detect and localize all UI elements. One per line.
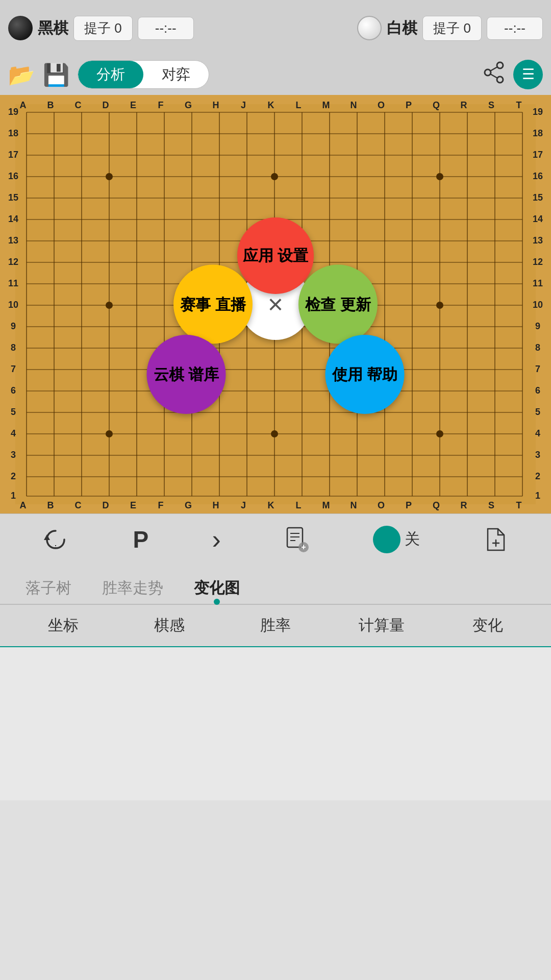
svg-text:3: 3 xyxy=(11,450,16,460)
svg-text:D: D xyxy=(103,100,109,110)
sub-tab-winrate[interactable]: 胜率 xyxy=(222,611,329,640)
tab-win-rate[interactable]: 胜率走势 xyxy=(87,573,179,604)
undo-button[interactable] xyxy=(42,526,69,553)
svg-text:6: 6 xyxy=(535,385,540,396)
forward-button[interactable]: › xyxy=(212,524,221,555)
svg-text:Q: Q xyxy=(433,100,440,110)
svg-text:8: 8 xyxy=(535,342,540,353)
analyze-mode-button[interactable]: 分析 xyxy=(78,61,143,88)
svg-text:7: 7 xyxy=(535,364,540,374)
svg-text:6: 6 xyxy=(11,385,16,396)
svg-text:M: M xyxy=(322,100,330,110)
svg-text:14: 14 xyxy=(8,214,18,224)
tab-variation[interactable]: 变化图 xyxy=(179,573,255,604)
svg-text:7: 7 xyxy=(11,364,16,374)
save-icon[interactable]: 💾 xyxy=(43,62,69,87)
svg-text:K: K xyxy=(268,500,274,510)
svg-text:T: T xyxy=(516,100,522,110)
svg-text:1: 1 xyxy=(535,491,540,501)
document-button[interactable]: + xyxy=(284,526,310,553)
svg-text:1: 1 xyxy=(11,491,16,501)
bottom-controls: P › + 关 xyxy=(0,513,551,800)
svg-text:A: A xyxy=(20,100,27,110)
file-add-button[interactable] xyxy=(484,526,509,553)
svg-point-2 xyxy=(497,77,503,83)
mode-toggle[interactable]: 分析 对弈 xyxy=(78,60,209,89)
svg-text:10: 10 xyxy=(8,300,18,310)
svg-text:10: 10 xyxy=(533,300,543,310)
forward-icon: › xyxy=(212,524,221,555)
svg-text:5: 5 xyxy=(11,407,16,417)
toggle-label: 关 xyxy=(405,529,420,550)
menu-circle-button[interactable]: ☰ xyxy=(513,60,543,89)
tab-move-tree[interactable]: 落子树 xyxy=(10,573,87,604)
white-stone-icon xyxy=(357,16,382,40)
analysis-tabs: 落子树 胜率走势 变化图 xyxy=(0,565,551,605)
toolbar: 📂 💾 分析 对弈 ☰ xyxy=(0,56,551,95)
menu-cloud-library-button[interactable]: 云棋 谱库 xyxy=(147,335,226,414)
svg-text:15: 15 xyxy=(8,192,18,203)
svg-text:O: O xyxy=(378,500,385,510)
svg-point-48 xyxy=(106,302,113,309)
svg-text:G: G xyxy=(185,100,192,110)
svg-text:17: 17 xyxy=(8,150,18,160)
svg-text:18: 18 xyxy=(8,128,18,138)
menu-help-button[interactable]: 使用 帮助 xyxy=(325,335,405,414)
svg-text:P: P xyxy=(406,500,412,510)
menu-update-button[interactable]: 检查 更新 xyxy=(298,265,378,344)
svg-text:B: B xyxy=(47,100,54,110)
sub-tab-variation[interactable]: 变化 xyxy=(435,611,541,640)
sub-tab-computation[interactable]: 计算量 xyxy=(329,611,435,640)
menu-broadcast-button[interactable]: 赛事 直播 xyxy=(173,265,253,344)
pass-button[interactable]: P xyxy=(133,526,148,553)
file-add-icon xyxy=(484,526,509,553)
svg-point-0 xyxy=(497,62,503,68)
svg-text:19: 19 xyxy=(533,107,543,117)
svg-text:L: L xyxy=(296,500,302,510)
ai-toggle[interactable]: 关 xyxy=(373,526,420,553)
folder-icon[interactable]: 📂 xyxy=(8,62,35,87)
svg-text:9: 9 xyxy=(535,321,540,331)
svg-text:R: R xyxy=(461,100,467,110)
svg-text:5: 5 xyxy=(535,407,540,417)
svg-text:F: F xyxy=(158,500,164,510)
svg-point-46 xyxy=(271,173,278,180)
svg-point-45 xyxy=(106,173,113,180)
svg-text:17: 17 xyxy=(533,150,543,160)
svg-text:A: A xyxy=(20,500,27,510)
svg-text:C: C xyxy=(75,500,82,510)
sub-tabs: 坐标 棋感 胜率 计算量 变化 xyxy=(0,605,551,647)
svg-point-53 xyxy=(436,430,443,437)
svg-text:C: C xyxy=(75,100,82,110)
svg-text:14: 14 xyxy=(533,214,543,224)
svg-text:12: 12 xyxy=(8,257,18,267)
svg-point-1 xyxy=(485,69,491,76)
document-icon: + xyxy=(284,526,310,553)
share-icon[interactable] xyxy=(483,61,505,88)
svg-text:Q: Q xyxy=(433,500,440,510)
svg-text:J: J xyxy=(241,500,246,510)
svg-text:R: R xyxy=(461,500,467,510)
board-container: .grid-line { stroke: #4a2c00; stroke-wid… xyxy=(0,95,551,513)
svg-text:L: L xyxy=(296,100,302,110)
svg-text:12: 12 xyxy=(533,257,543,267)
black-captures-box: 提子 0 xyxy=(73,16,133,41)
white-timer: --:-- xyxy=(487,17,543,40)
svg-text:E: E xyxy=(130,100,136,110)
sub-tab-intuition[interactable]: 棋感 xyxy=(116,611,222,640)
sub-tab-coordinates[interactable]: 坐标 xyxy=(10,611,116,640)
svg-text:F: F xyxy=(158,100,164,110)
svg-text:D: D xyxy=(103,500,109,510)
svg-text:H: H xyxy=(213,500,219,510)
svg-text:T: T xyxy=(516,500,522,510)
svg-line-3 xyxy=(490,67,497,71)
go-board[interactable]: .grid-line { stroke: #4a2c00; stroke-wid… xyxy=(0,95,551,513)
svg-text:+: + xyxy=(301,543,306,551)
svg-text:15: 15 xyxy=(533,192,543,203)
menu-settings-button[interactable]: 应用 设置 xyxy=(237,217,314,294)
hamburger-icon: ☰ xyxy=(522,67,535,82)
svg-text:11: 11 xyxy=(533,278,543,288)
black-player-label: 黑棋 xyxy=(38,18,68,39)
svg-text:19: 19 xyxy=(8,107,18,117)
opponent-mode-button[interactable]: 对弈 xyxy=(143,61,209,88)
